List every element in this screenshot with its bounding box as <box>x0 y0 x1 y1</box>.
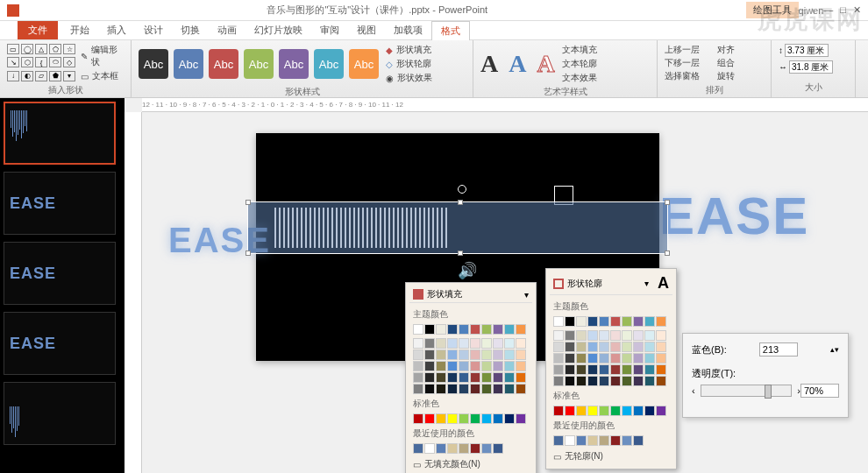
color-swatch[interactable] <box>622 376 632 386</box>
text-effects-button[interactable]: 文本效果 <box>562 72 597 84</box>
color-swatch[interactable] <box>610 435 621 446</box>
color-swatch[interactable] <box>436 384 446 394</box>
tab-animations[interactable]: 动画 <box>209 21 245 39</box>
color-swatch[interactable] <box>481 349 492 360</box>
color-swatch[interactable] <box>447 443 458 454</box>
color-swatch[interactable] <box>459 324 469 335</box>
resize-handle[interactable] <box>458 200 463 205</box>
color-swatch[interactable] <box>459 338 469 349</box>
alpha-input[interactable] <box>800 384 839 398</box>
textbox-button[interactable]: ▭文本框 <box>81 70 124 82</box>
color-swatch[interactable] <box>599 353 609 364</box>
color-swatch[interactable] <box>459 443 469 454</box>
tab-format[interactable]: 格式 <box>431 21 470 40</box>
color-swatch[interactable] <box>459 372 469 383</box>
color-swatch[interactable] <box>424 372 435 383</box>
color-swatch[interactable] <box>493 349 503 360</box>
send-backward-button[interactable]: 下移一层 <box>665 57 712 69</box>
color-swatch[interactable] <box>459 413 469 424</box>
color-swatch[interactable] <box>493 324 503 335</box>
color-swatch[interactable] <box>493 372 503 383</box>
color-swatch[interactable] <box>413 443 423 454</box>
color-swatch[interactable] <box>436 413 446 424</box>
minimize-icon[interactable]: — <box>823 4 833 16</box>
color-swatch[interactable] <box>599 376 609 386</box>
wordart-gallery[interactable]: A A A <box>480 50 555 78</box>
color-swatch[interactable] <box>436 324 446 335</box>
color-swatch[interactable] <box>576 330 587 341</box>
shape-outline-button[interactable]: ◇形状轮廓 <box>386 58 432 70</box>
spinner-icon[interactable]: ▴▾ <box>830 345 839 354</box>
color-swatch[interactable] <box>644 376 655 386</box>
color-swatch[interactable] <box>644 353 655 364</box>
shape-effects-button[interactable]: ◉形状效果 <box>386 72 432 84</box>
color-swatch[interactable] <box>633 342 644 352</box>
selection-pane-button[interactable]: 选择窗格 <box>665 70 712 82</box>
edit-shape-button[interactable]: ✎编辑形状 <box>81 44 124 68</box>
color-swatch[interactable] <box>436 443 446 454</box>
theme-colors[interactable] <box>550 314 672 328</box>
color-swatch[interactable] <box>504 413 515 424</box>
color-swatch[interactable] <box>447 349 458 360</box>
color-swatch[interactable] <box>565 316 575 327</box>
tab-insert[interactable]: 插入 <box>98 21 135 39</box>
color-swatch[interactable] <box>622 435 632 446</box>
color-swatch[interactable] <box>413 338 423 349</box>
bring-forward-button[interactable]: 上移一层 <box>665 44 712 56</box>
theme-tints[interactable] <box>409 336 532 396</box>
resize-handle[interactable] <box>665 200 670 205</box>
color-swatch[interactable] <box>424 338 435 349</box>
color-swatch[interactable] <box>656 342 666 352</box>
color-swatch[interactable] <box>610 342 621 352</box>
thumb-2[interactable]: EASE <box>4 172 116 235</box>
color-swatch[interactable] <box>493 384 503 394</box>
tab-transitions[interactable]: 切换 <box>172 21 209 39</box>
color-swatch[interactable] <box>504 361 515 371</box>
blue-input[interactable] <box>759 342 798 357</box>
color-swatch[interactable] <box>436 372 446 383</box>
color-swatch[interactable] <box>599 342 609 352</box>
color-swatch[interactable] <box>610 364 621 375</box>
color-swatch[interactable] <box>481 443 492 454</box>
color-swatch[interactable] <box>481 338 492 349</box>
color-swatch[interactable] <box>576 342 587 352</box>
color-swatch[interactable] <box>622 353 632 364</box>
color-swatch[interactable] <box>576 364 587 375</box>
color-swatch[interactable] <box>553 435 564 446</box>
color-swatch[interactable] <box>493 443 503 454</box>
color-swatch[interactable] <box>587 406 598 416</box>
color-swatch[interactable] <box>587 342 598 352</box>
color-swatch[interactable] <box>622 330 632 341</box>
color-swatch[interactable] <box>493 361 503 371</box>
color-swatch[interactable] <box>516 413 526 424</box>
color-swatch[interactable] <box>413 372 423 383</box>
color-swatch[interactable] <box>553 353 564 364</box>
color-swatch[interactable] <box>644 406 655 416</box>
color-swatch[interactable] <box>633 376 644 386</box>
color-swatch[interactable] <box>587 376 598 386</box>
color-swatch[interactable] <box>504 338 515 349</box>
color-swatch[interactable] <box>470 372 480 383</box>
color-swatch[interactable] <box>447 338 458 349</box>
color-swatch[interactable] <box>610 316 621 327</box>
color-swatch[interactable] <box>656 376 666 386</box>
popup-header[interactable]: 形状轮廓▾A <box>550 272 672 295</box>
color-swatch[interactable] <box>633 435 644 446</box>
color-swatch[interactable] <box>587 364 598 375</box>
color-swatch[interactable] <box>516 324 526 335</box>
color-swatch[interactable] <box>413 361 423 371</box>
color-swatch[interactable] <box>644 330 655 341</box>
resize-handle[interactable] <box>245 200 251 205</box>
maximize-icon[interactable]: □ <box>840 4 846 16</box>
color-swatch[interactable] <box>633 364 644 375</box>
shapes-gallery[interactable]: ▭◯△⬠☆ ↘⬡{⬭◇ ↓◐▱⬟▾ <box>7 44 75 82</box>
color-swatch[interactable] <box>436 349 446 360</box>
tab-addins[interactable]: 加载项 <box>385 21 431 39</box>
color-swatch[interactable] <box>470 324 480 335</box>
resize-handle[interactable] <box>665 251 670 256</box>
color-swatch[interactable] <box>413 324 423 335</box>
color-swatch[interactable] <box>493 338 503 349</box>
text-fill-button[interactable]: 文本填充 <box>562 44 597 56</box>
color-swatch[interactable] <box>424 361 435 371</box>
recent-colors[interactable] <box>550 434 672 448</box>
